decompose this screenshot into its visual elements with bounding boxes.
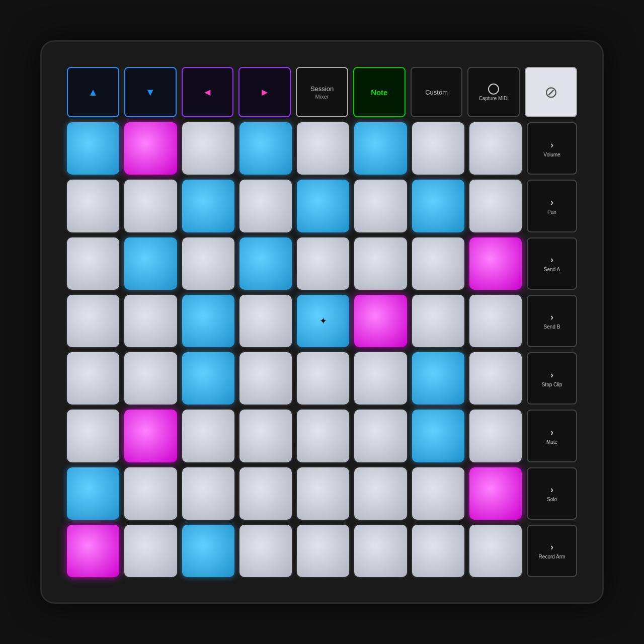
pad-14[interactable] bbox=[412, 180, 464, 232]
side-buttons: › Volume › Pan › Send A › Send B › Stop … bbox=[527, 122, 577, 577]
send-b-button[interactable]: › Send B bbox=[527, 295, 577, 347]
pad-61[interactable] bbox=[354, 525, 407, 577]
stop-clip-label: Stop Clip bbox=[542, 382, 562, 387]
pad-17[interactable] bbox=[124, 237, 177, 290]
pad-32[interactable] bbox=[67, 352, 119, 405]
pad-9[interactable] bbox=[124, 180, 177, 232]
pad-43[interactable] bbox=[239, 410, 292, 462]
pad-58[interactable] bbox=[182, 525, 234, 577]
pad-50[interactable] bbox=[182, 467, 234, 520]
pad-21[interactable] bbox=[354, 237, 407, 290]
capture-circle-icon bbox=[488, 84, 499, 95]
pad-47[interactable] bbox=[469, 410, 522, 462]
pad-36[interactable] bbox=[297, 352, 349, 405]
pad-7[interactable] bbox=[469, 122, 522, 175]
volume-label: Volume bbox=[543, 152, 560, 157]
pad-1[interactable] bbox=[124, 122, 177, 175]
mute-button[interactable]: › Mute bbox=[527, 410, 577, 462]
pad-49[interactable] bbox=[124, 467, 177, 520]
launchpad-controller: ▲ ▼ ◄ ► Session Mixer Note Custom Captur bbox=[40, 40, 604, 604]
pad-30[interactable] bbox=[412, 295, 464, 347]
pad-31[interactable] bbox=[469, 295, 522, 347]
pad-29[interactable] bbox=[354, 295, 407, 347]
pad-44[interactable] bbox=[297, 410, 349, 462]
note-label: Note bbox=[371, 88, 387, 97]
pad-16[interactable] bbox=[67, 237, 119, 290]
pad-41[interactable] bbox=[124, 410, 177, 462]
pad-33[interactable] bbox=[124, 352, 177, 405]
custom-button[interactable]: Custom bbox=[411, 67, 463, 117]
pad-25[interactable] bbox=[124, 295, 177, 347]
pad-18[interactable] bbox=[182, 237, 234, 290]
pad-10[interactable] bbox=[182, 180, 234, 232]
volume-button[interactable]: › Volume bbox=[527, 122, 577, 175]
pan-label: Pan bbox=[547, 209, 556, 215]
send-b-chevron-icon: › bbox=[550, 312, 553, 323]
pad-39[interactable] bbox=[469, 352, 522, 405]
left-button[interactable]: ◄ bbox=[182, 67, 234, 117]
pad-26[interactable] bbox=[182, 295, 234, 347]
pad-15[interactable] bbox=[469, 180, 522, 232]
send-a-button[interactable]: › Send A bbox=[527, 237, 577, 290]
pad-59[interactable] bbox=[239, 525, 292, 577]
down-button[interactable]: ▼ bbox=[124, 67, 177, 117]
stop-button[interactable]: ⊘ bbox=[525, 67, 577, 117]
pad-27[interactable] bbox=[239, 295, 292, 347]
pad-4[interactable] bbox=[297, 122, 349, 175]
pad-2[interactable] bbox=[182, 122, 234, 175]
pad-45[interactable] bbox=[354, 410, 407, 462]
pad-20[interactable] bbox=[297, 237, 349, 290]
pad-19[interactable] bbox=[239, 237, 292, 290]
pad-48[interactable] bbox=[67, 467, 119, 520]
custom-label: Custom bbox=[425, 89, 448, 96]
mute-label: Mute bbox=[546, 439, 557, 445]
pad-22[interactable] bbox=[412, 237, 464, 290]
pad-35[interactable] bbox=[239, 352, 292, 405]
pad-8[interactable] bbox=[67, 180, 119, 232]
session-label: Session bbox=[310, 85, 334, 93]
send-a-chevron-icon: › bbox=[550, 255, 553, 265]
pan-button[interactable]: › Pan bbox=[527, 180, 577, 232]
capture-midi-label: Capture MIDI bbox=[479, 96, 509, 101]
pad-34[interactable] bbox=[182, 352, 234, 405]
pad-grid bbox=[67, 122, 522, 577]
pad-57[interactable] bbox=[124, 525, 177, 577]
pad-6[interactable] bbox=[412, 122, 464, 175]
note-button[interactable]: Note bbox=[353, 67, 406, 117]
mute-chevron-icon: › bbox=[550, 427, 553, 438]
pad-0[interactable] bbox=[67, 122, 119, 175]
pad-53[interactable] bbox=[354, 467, 407, 520]
pad-12[interactable] bbox=[297, 180, 349, 232]
pad-62[interactable] bbox=[412, 525, 464, 577]
pad-28[interactable] bbox=[297, 295, 349, 347]
pad-5[interactable] bbox=[354, 122, 407, 175]
record-arm-button[interactable]: › Record Arm bbox=[527, 525, 577, 577]
pad-11[interactable] bbox=[239, 180, 292, 232]
solo-button[interactable]: › Solo bbox=[527, 467, 577, 520]
up-button[interactable]: ▲ bbox=[67, 67, 119, 117]
stop-clip-button[interactable]: › Stop Clip bbox=[527, 352, 577, 405]
pad-56[interactable] bbox=[67, 525, 119, 577]
mixer-sublabel: Mixer bbox=[315, 94, 329, 100]
pad-46[interactable] bbox=[412, 410, 464, 462]
pad-23[interactable] bbox=[469, 237, 522, 290]
pad-37[interactable] bbox=[354, 352, 407, 405]
pad-3[interactable] bbox=[239, 122, 292, 175]
pad-38[interactable] bbox=[412, 352, 464, 405]
pad-55[interactable] bbox=[469, 467, 522, 520]
pad-60[interactable] bbox=[297, 525, 349, 577]
pad-42[interactable] bbox=[182, 410, 234, 462]
top-button-row: ▲ ▼ ◄ ► Session Mixer Note Custom Captur bbox=[67, 67, 577, 117]
session-mixer-button[interactable]: Session Mixer bbox=[296, 67, 348, 117]
left-arrow-icon: ◄ bbox=[203, 87, 213, 98]
pad-63[interactable] bbox=[469, 525, 522, 577]
send-a-label: Send A bbox=[544, 267, 560, 272]
pad-52[interactable] bbox=[297, 467, 349, 520]
capture-midi-button[interactable]: Capture MIDI bbox=[467, 67, 520, 117]
right-button[interactable]: ► bbox=[238, 67, 291, 117]
pad-40[interactable] bbox=[67, 410, 119, 462]
pad-51[interactable] bbox=[239, 467, 292, 520]
pad-54[interactable] bbox=[412, 467, 464, 520]
pad-13[interactable] bbox=[354, 180, 407, 232]
pad-24[interactable] bbox=[67, 295, 119, 347]
